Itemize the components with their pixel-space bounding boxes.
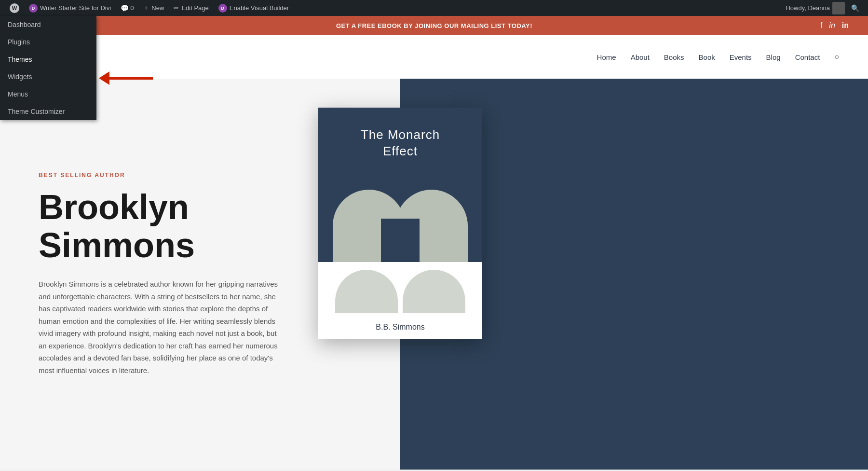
book-author-name: B.B. Simmons bbox=[318, 323, 482, 332]
red-arrow-indicator bbox=[99, 71, 153, 85]
hero-right: The MonarchEffect B.B. Simmons bbox=[400, 79, 868, 470]
divi-builder-icon: D bbox=[218, 4, 227, 13]
wp-logo-icon: W bbox=[10, 3, 19, 13]
arrow-line bbox=[109, 77, 153, 80]
site-name-item[interactable]: D Writer Starter Site for Divi bbox=[24, 0, 116, 16]
howdy-text: Howdy, Deanna bbox=[786, 4, 830, 12]
arrow-head bbox=[99, 71, 109, 85]
hero-section: BEST SELLING AUTHOR BrooklynSimmons Broo… bbox=[0, 79, 868, 470]
edit-page-item[interactable]: ✏ Edit Page bbox=[169, 0, 213, 16]
book-card: The MonarchEffect B.B. Simmons bbox=[318, 108, 482, 339]
user-avatar[interactable] bbox=[832, 2, 845, 14]
nav-search-icon[interactable]: ○ bbox=[834, 53, 839, 61]
top-banner: GET A FREE EBOOK BY JOINING OUR MAILING … bbox=[0, 16, 868, 35]
divi-icon: D bbox=[29, 4, 38, 13]
main-nav: Home About Books Book Events Blog Contac… bbox=[597, 53, 839, 61]
nav-home[interactable]: Home bbox=[597, 53, 616, 61]
book-bottom-shapes bbox=[335, 270, 465, 313]
book-title: The MonarchEffect bbox=[361, 127, 440, 160]
book-bottom: B.B. Simmons bbox=[318, 262, 482, 339]
bottom-arch-left bbox=[335, 270, 398, 313]
new-label: New bbox=[151, 4, 164, 12]
plus-icon: ＋ bbox=[143, 4, 149, 12]
nav-blog[interactable]: Blog bbox=[766, 53, 781, 61]
dropdown-item-plugins[interactable]: Plugins bbox=[0, 33, 96, 51]
nav-events[interactable]: Events bbox=[730, 53, 752, 61]
arch-gap bbox=[381, 219, 420, 262]
facebook-icon[interactable]: f bbox=[820, 21, 822, 30]
admin-bar-right: Howdy, Deanna 🔍 bbox=[786, 2, 863, 14]
visual-builder-item[interactable]: D Enable Visual Builder bbox=[214, 0, 294, 16]
visual-builder-label: Enable Visual Builder bbox=[230, 4, 289, 12]
nav-book[interactable]: Book bbox=[699, 53, 715, 61]
pencil-icon: ✏ bbox=[174, 4, 179, 12]
nav-about[interactable]: About bbox=[631, 53, 650, 61]
nav-contact[interactable]: Contact bbox=[795, 53, 820, 61]
author-tag: BEST SELLING AUTHOR bbox=[39, 172, 362, 179]
dropdown-item-widgets[interactable]: Widgets bbox=[0, 68, 96, 85]
book-cover: The MonarchEffect bbox=[318, 108, 482, 262]
banner-text: GET A FREE EBOOK BY JOINING OUR MAILING … bbox=[48, 22, 820, 29]
author-bio: Brooklyn Simmons is a celebrated author … bbox=[39, 278, 280, 376]
dropdown-item-theme-customizer[interactable]: Theme Customizer bbox=[0, 103, 96, 120]
dropdown-item-themes[interactable]: Themes bbox=[0, 51, 96, 68]
bottom-arch-right bbox=[403, 270, 465, 313]
instagram-icon[interactable]: in bbox=[829, 21, 835, 30]
site-title: Writer Starter Site for Divi bbox=[40, 4, 111, 12]
book-cover-shapes bbox=[318, 185, 482, 262]
themes-dropdown-menu: Dashboard Plugins Themes Widgets Menus T… bbox=[0, 16, 96, 120]
new-item[interactable]: ＋ New bbox=[138, 0, 169, 16]
comments-item[interactable]: 💬 0 bbox=[116, 0, 138, 16]
dropdown-item-menus[interactable]: Menus bbox=[0, 85, 96, 103]
author-name: BrooklynSimmons bbox=[39, 188, 362, 264]
social-icons: f in in bbox=[820, 21, 849, 30]
dropdown-item-dashboard[interactable]: Dashboard bbox=[0, 16, 96, 33]
linkedin-icon[interactable]: in bbox=[842, 21, 849, 30]
comment-count: 0 bbox=[130, 4, 134, 12]
wp-logo-item[interactable]: W bbox=[5, 0, 24, 16]
nav-books[interactable]: Books bbox=[664, 53, 684, 61]
admin-search-icon[interactable]: 🔍 bbox=[847, 4, 863, 12]
comment-icon: 💬 bbox=[121, 4, 129, 12]
wp-admin-bar: W D Writer Starter Site for Divi 💬 0 ＋ N… bbox=[0, 0, 868, 16]
edit-page-label: Edit Page bbox=[181, 4, 208, 12]
